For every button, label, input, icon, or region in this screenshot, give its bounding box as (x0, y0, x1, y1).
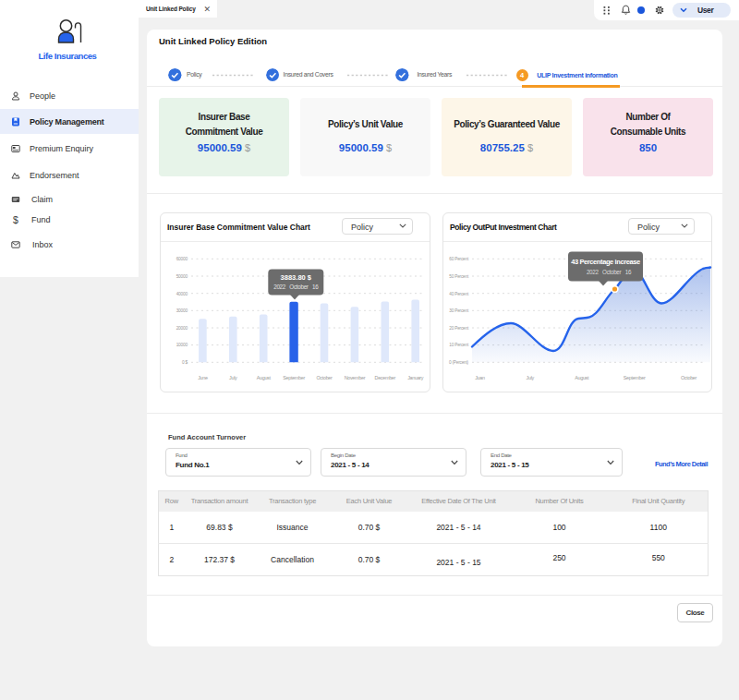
svg-text:10000: 10000 (176, 343, 188, 347)
svg-text:2022 October 16: 2022 October 16 (273, 284, 319, 290)
svg-text:50 Percent: 50 Percent (449, 274, 469, 279)
svg-text:September: September (624, 375, 646, 380)
svg-text:3883.80 $: 3883.80 $ (281, 273, 312, 282)
svg-text:30 Percent: 30 Percent (449, 308, 469, 313)
svg-text:August: August (575, 375, 589, 380)
svg-text:2022 October 16: 2022 October 16 (587, 269, 632, 275)
svg-text:0 (Percent): 0 (Percent) (449, 360, 469, 365)
svg-text:July: July (229, 375, 237, 380)
svg-text:Juan: Juan (475, 375, 485, 380)
svg-text:20 Percent: 20 Percent (449, 326, 469, 331)
svg-text:October: October (316, 375, 333, 380)
svg-text:0 $: 0 $ (182, 360, 188, 365)
svg-text:50000: 50000 (176, 274, 188, 279)
svg-text:January: January (407, 375, 424, 380)
svg-text:60 Percent: 60 Percent (449, 257, 469, 261)
svg-text:40000: 40000 (176, 292, 188, 296)
svg-text:December: December (375, 375, 396, 380)
svg-text:30000: 30000 (176, 308, 188, 313)
svg-text:40 Percent: 40 Percent (449, 292, 469, 296)
svg-text:October: October (681, 375, 697, 380)
svg-text:November: November (345, 375, 366, 380)
svg-text:August: August (257, 375, 272, 380)
svg-text:July: July (527, 375, 535, 380)
svg-text:10 Percent: 10 Percent (449, 343, 469, 347)
svg-text:43 Percentage increase: 43 Percentage increase (571, 258, 640, 266)
svg-text:20000: 20000 (176, 326, 188, 331)
svg-text:September: September (283, 375, 305, 380)
svg-text:June: June (198, 375, 208, 380)
svg-text:60000: 60000 (176, 257, 188, 261)
